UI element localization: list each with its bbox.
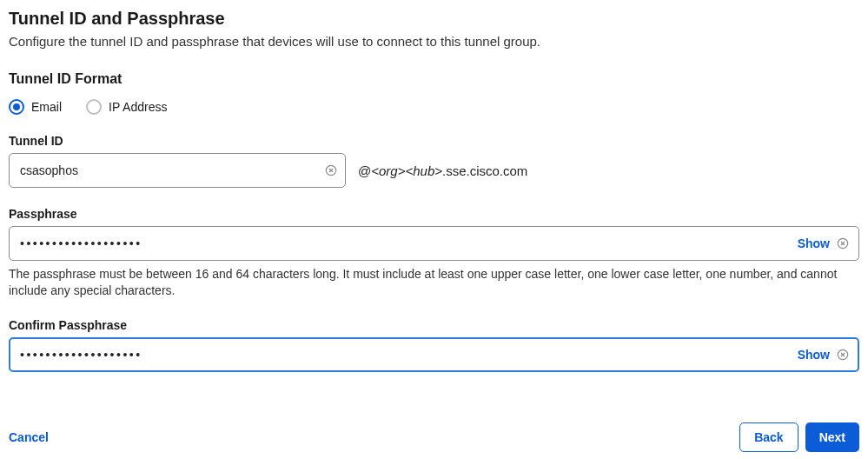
cancel-button[interactable]: Cancel <box>9 430 49 444</box>
passphrase-input-wrap: Show <box>9 226 859 261</box>
label-passphrase: Passphrase <box>9 207 859 221</box>
clear-icon[interactable] <box>837 237 849 249</box>
show-passphrase-button[interactable]: Show <box>798 236 830 250</box>
tunnel-id-suffix: @<org><hub>.sse.cisco.com <box>358 163 527 178</box>
tunnel-id-input[interactable] <box>9 153 346 188</box>
label-tunnel-id: Tunnel ID <box>9 134 859 148</box>
radio-label: IP Address <box>109 100 167 114</box>
next-button[interactable]: Next <box>805 422 859 452</box>
radio-email[interactable]: Email <box>9 99 62 115</box>
section-tunnel-id-format: Tunnel ID Format <box>9 71 859 87</box>
page-title: Tunnel ID and Passphrase <box>9 9 859 29</box>
radio-icon <box>9 99 24 115</box>
back-button[interactable]: Back <box>739 422 798 452</box>
footer: Cancel Back Next <box>9 422 859 452</box>
radio-label: Email <box>31 100 62 114</box>
label-confirm-passphrase: Confirm Passphrase <box>9 318 859 332</box>
page-subtitle: Configure the tunnel ID and passphrase t… <box>9 34 859 49</box>
clear-icon[interactable] <box>325 164 337 176</box>
radio-ip-address[interactable]: IP Address <box>86 99 167 115</box>
clear-icon[interactable] <box>837 349 849 361</box>
show-confirm-passphrase-button[interactable]: Show <box>798 348 830 362</box>
passphrase-helper: The passphrase must be between 16 and 64… <box>9 266 859 299</box>
passphrase-input[interactable] <box>9 226 859 261</box>
confirm-passphrase-input[interactable] <box>9 337 859 372</box>
radio-icon <box>86 99 102 115</box>
confirm-passphrase-input-wrap: Show <box>9 337 859 372</box>
radio-group-tunnel-id-format: Email IP Address <box>9 99 859 115</box>
tunnel-id-input-wrap <box>9 153 346 188</box>
